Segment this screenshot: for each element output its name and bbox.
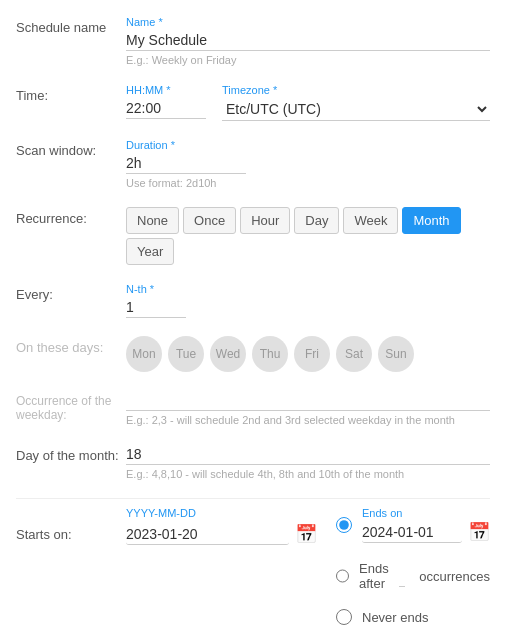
day-of-month-input[interactable] — [126, 444, 490, 465]
ends-on-date-input[interactable] — [362, 522, 462, 543]
days-row: Mon Tue Wed Thu Fri Sat Sun — [126, 336, 490, 372]
occurrence-weekday-hint: E.g.: 2,3 - will schedule 2nd and 3rd se… — [126, 414, 490, 426]
recurrence-label: Recurrence: — [16, 207, 126, 226]
day-thu[interactable]: Thu — [252, 336, 288, 372]
day-of-month-label: Day of the month: — [16, 444, 126, 463]
ends-calendar-icon[interactable]: 📅 — [468, 521, 490, 543]
ends-after-count-input[interactable] — [399, 566, 406, 587]
occurrence-weekday-input[interactable] — [126, 390, 490, 411]
never-ends-radio[interactable] — [336, 609, 352, 625]
nth-label: N-th * — [126, 283, 490, 295]
ends-section: Ends on 📅 Ends after occurrences Never e… — [336, 507, 490, 625]
ends-after-label: Ends after — [359, 561, 389, 591]
timezone-label: Timezone * — [222, 84, 490, 96]
rec-none[interactable]: None — [126, 207, 179, 234]
never-ends-label: Never ends — [362, 610, 428, 625]
day-sun[interactable]: Sun — [378, 336, 414, 372]
starts-on-label: Starts on: — [16, 507, 126, 542]
nth-input[interactable] — [126, 297, 186, 318]
rec-once[interactable]: Once — [183, 207, 236, 234]
rec-hour[interactable]: Hour — [240, 207, 290, 234]
duration-hint: Use format: 2d10h — [126, 177, 490, 189]
rec-year[interactable]: Year — [126, 238, 174, 265]
schedule-name-input[interactable] — [126, 30, 490, 51]
starts-on-field: YYYY-MM-DD 📅 — [126, 507, 317, 545]
rec-month[interactable]: Month — [402, 207, 460, 234]
schedule-name-hint: E.g.: Weekly on Friday — [126, 54, 490, 66]
never-ends-option: Never ends — [336, 609, 490, 625]
occurrence-weekday-label: Occurrence of the weekday: — [16, 390, 126, 422]
day-of-month-hint: E.g.: 4,8,10 - will schedule 4th, 8th an… — [126, 468, 490, 480]
rec-week[interactable]: Week — [343, 207, 398, 234]
time-label: Time: — [16, 84, 126, 103]
rec-day[interactable]: Day — [294, 207, 339, 234]
ends-after-option: Ends after occurrences — [336, 561, 490, 591]
starts-date-input[interactable] — [126, 524, 289, 545]
hhmm-label: HH:MM * — [126, 84, 206, 96]
starts-date-label: YYYY-MM-DD — [126, 507, 317, 519]
name-field-label: Name * — [126, 16, 490, 28]
duration-input[interactable] — [126, 153, 246, 174]
ends-on-label: Ends on — [362, 507, 490, 519]
occurrences-label: occurrences — [419, 569, 490, 584]
every-label: Every: — [16, 283, 126, 302]
ends-on-option: Ends on 📅 — [336, 507, 490, 543]
recurrence-buttons: None Once Hour Day Week Month Year — [126, 207, 490, 265]
day-wed[interactable]: Wed — [210, 336, 246, 372]
time-input[interactable] — [126, 98, 206, 119]
day-tue[interactable]: Tue — [168, 336, 204, 372]
day-fri[interactable]: Fri — [294, 336, 330, 372]
scan-window-label: Scan window: — [16, 139, 126, 158]
starts-calendar-icon[interactable]: 📅 — [295, 523, 317, 545]
day-mon[interactable]: Mon — [126, 336, 162, 372]
schedule-name-label: Schedule name — [16, 16, 126, 35]
day-sat[interactable]: Sat — [336, 336, 372, 372]
ends-after-radio[interactable] — [336, 568, 349, 584]
timezone-select[interactable]: Etc/UTC (UTC) — [222, 98, 490, 121]
duration-label: Duration * — [126, 139, 490, 151]
on-these-days-label: On these days: — [16, 336, 126, 355]
ends-on-radio[interactable] — [336, 517, 352, 533]
